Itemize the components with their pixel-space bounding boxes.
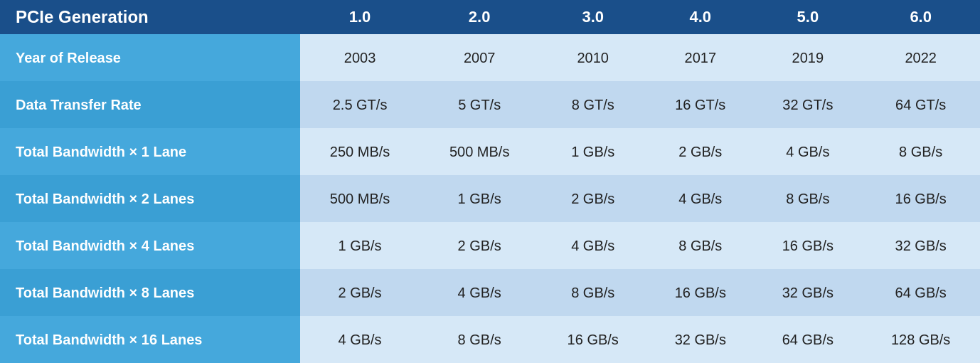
row-cell: 8 GB/s <box>861 128 980 175</box>
row-cell: 32 GB/s <box>861 222 980 269</box>
header-col-3: 3.0 <box>539 0 646 34</box>
table-row: Year of Release200320072010201720192022 <box>0 34 980 81</box>
header-col-5: 5.0 <box>754 0 861 34</box>
row-cell: 8 GT/s <box>539 81 646 128</box>
row-cell: 4 GB/s <box>646 175 754 222</box>
row-cell: 2017 <box>646 34 754 81</box>
row-cell: 4 GB/s <box>300 316 420 363</box>
row-cell: 8 GB/s <box>754 175 861 222</box>
row-cell: 16 GT/s <box>646 81 754 128</box>
row-cell: 2022 <box>861 34 980 81</box>
table-row: Total Bandwidth × 2 Lanes500 MB/s1 GB/s2… <box>0 175 980 222</box>
table-row: Total Bandwidth × 16 Lanes4 GB/s8 GB/s16… <box>0 316 980 363</box>
row-cell: 2 GB/s <box>420 222 539 269</box>
table-row: Data Transfer Rate2.5 GT/s5 GT/s8 GT/s16… <box>0 81 980 128</box>
row-cell: 32 GB/s <box>754 269 861 316</box>
row-cell: 2003 <box>300 34 420 81</box>
row-cell: 1 GB/s <box>420 175 539 222</box>
row-cell: 8 GB/s <box>539 269 646 316</box>
row-cell: 64 GT/s <box>861 81 980 128</box>
header-col-1: 1.0 <box>300 0 420 34</box>
row-cell: 500 MB/s <box>300 175 420 222</box>
row-cell: 500 MB/s <box>420 128 539 175</box>
row-label: Total Bandwidth × 8 Lanes <box>0 269 300 316</box>
header-row: PCIe Generation 1.0 2.0 3.0 4.0 5.0 6.0 <box>0 0 980 34</box>
row-label: Total Bandwidth × 16 Lanes <box>0 316 300 363</box>
row-cell: 2 GB/s <box>300 269 420 316</box>
row-cell: 250 MB/s <box>300 128 420 175</box>
row-cell: 128 GB/s <box>861 316 980 363</box>
header-col-6: 6.0 <box>861 0 980 34</box>
row-cell: 2.5 GT/s <box>300 81 420 128</box>
row-cell: 16 GB/s <box>754 222 861 269</box>
row-cell: 1 GB/s <box>539 128 646 175</box>
row-cell: 64 GB/s <box>861 269 980 316</box>
row-cell: 2010 <box>539 34 646 81</box>
pcie-table-container: PCIe Generation 1.0 2.0 3.0 4.0 5.0 6.0 … <box>0 0 980 363</box>
table-row: Total Bandwidth × 1 Lane250 MB/s500 MB/s… <box>0 128 980 175</box>
row-cell: 32 GB/s <box>646 316 754 363</box>
row-label: Year of Release <box>0 34 300 81</box>
row-cell: 2 GB/s <box>646 128 754 175</box>
row-cell: 1 GB/s <box>300 222 420 269</box>
pcie-table: PCIe Generation 1.0 2.0 3.0 4.0 5.0 6.0 … <box>0 0 980 363</box>
row-cell: 4 GB/s <box>539 222 646 269</box>
row-cell: 16 GB/s <box>861 175 980 222</box>
row-cell: 8 GB/s <box>646 222 754 269</box>
row-cell: 16 GB/s <box>646 269 754 316</box>
row-cell: 2 GB/s <box>539 175 646 222</box>
row-cell: 4 GB/s <box>420 269 539 316</box>
row-cell: 2019 <box>754 34 861 81</box>
row-cell: 4 GB/s <box>754 128 861 175</box>
table-row: Total Bandwidth × 8 Lanes2 GB/s4 GB/s8 G… <box>0 269 980 316</box>
row-cell: 16 GB/s <box>539 316 646 363</box>
header-col-2: 2.0 <box>420 0 539 34</box>
row-label: Total Bandwidth × 4 Lanes <box>0 222 300 269</box>
row-cell: 8 GB/s <box>420 316 539 363</box>
row-label: Data Transfer Rate <box>0 81 300 128</box>
row-label: Total Bandwidth × 1 Lane <box>0 128 300 175</box>
row-cell: 32 GT/s <box>754 81 861 128</box>
row-cell: 2007 <box>420 34 539 81</box>
row-cell: 5 GT/s <box>420 81 539 128</box>
header-col-4: 4.0 <box>646 0 754 34</box>
row-cell: 64 GB/s <box>754 316 861 363</box>
row-label: Total Bandwidth × 2 Lanes <box>0 175 300 222</box>
header-col-generation: PCIe Generation <box>0 0 300 34</box>
table-row: Total Bandwidth × 4 Lanes1 GB/s2 GB/s4 G… <box>0 222 980 269</box>
